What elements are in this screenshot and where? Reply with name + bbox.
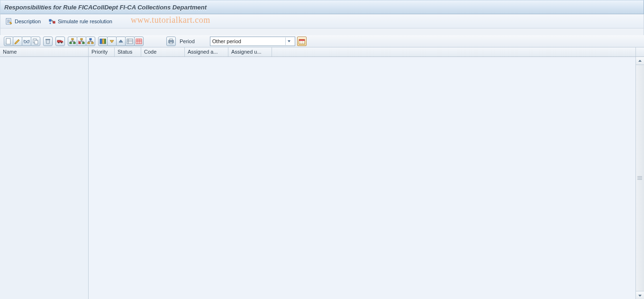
list-button[interactable]: [125, 37, 135, 46]
svg-rect-22: [100, 39, 102, 44]
page-title: Responsibilities for Rule FICACollDept F…: [4, 4, 207, 11]
tree-pane: [0, 57, 89, 299]
calendar-icon: [299, 38, 305, 45]
delete-button[interactable]: [43, 37, 53, 46]
expand-button[interactable]: [107, 37, 117, 46]
hierarchy-button[interactable]: [68, 37, 77, 46]
col-code[interactable]: Code: [141, 47, 185, 56]
calendar-grid-icon: [136, 38, 142, 45]
svg-rect-8: [35, 40, 38, 44]
svg-rect-26: [136, 39, 142, 44]
svg-point-5: [24, 40, 27, 43]
svg-point-11: [58, 42, 60, 43]
svg-point-12: [61, 42, 63, 43]
col-status[interactable]: Status: [115, 47, 141, 56]
chevron-down-icon: [285, 37, 293, 45]
svg-rect-19: [90, 38, 91, 40]
truck-icon: [57, 38, 63, 45]
watermark: www.tutorialkart.com: [131, 15, 210, 25]
cut-hierarchy-icon: [78, 38, 85, 45]
svg-rect-25: [127, 39, 133, 44]
edit-button[interactable]: [13, 37, 22, 46]
period-combo-value: Other period: [212, 38, 285, 44]
svg-rect-29: [170, 42, 172, 44]
display-button[interactable]: [22, 37, 31, 46]
collapse-icon: [118, 38, 124, 45]
svg-rect-1: [49, 19, 51, 21]
col-priority[interactable]: Priority: [89, 47, 115, 56]
svg-rect-16: [81, 38, 82, 40]
svg-rect-9: [45, 39, 50, 40]
list-icon: [127, 38, 133, 45]
toolbar: Period Other period: [0, 35, 644, 47]
action-row: Description Simulate rule resolution www…: [0, 14, 644, 28]
scroll-thumb-icon: [637, 177, 642, 180]
svg-rect-24: [105, 39, 106, 44]
description-label: Description: [15, 19, 41, 24]
create-icon: [5, 38, 12, 45]
svg-rect-20: [88, 42, 90, 44]
calendar-grid-button[interactable]: [134, 37, 144, 46]
detail-pane: [89, 57, 635, 299]
svg-rect-15: [73, 42, 75, 44]
delimit-button[interactable]: [55, 37, 65, 46]
scroll-up-button[interactable]: [636, 57, 644, 65]
simulate-button[interactable]: Simulate rule resolution: [48, 18, 112, 25]
col-scroll-gutter: [635, 47, 644, 56]
pencil-icon: [14, 38, 21, 45]
grid-body: [0, 57, 644, 299]
copy-icon: [32, 38, 39, 45]
trash-icon: [45, 38, 51, 45]
svg-point-6: [27, 40, 29, 43]
simulate-icon: [48, 18, 56, 25]
expand-icon: [109, 38, 115, 45]
svg-rect-13: [72, 38, 73, 40]
hierarchy-icon: [69, 38, 76, 45]
svg-point-3: [50, 22, 51, 24]
column-config-button[interactable]: [98, 37, 108, 46]
svg-rect-2: [53, 21, 55, 23]
scroll-down-button[interactable]: [636, 291, 644, 299]
glasses-icon: [23, 38, 30, 45]
col-flex: [272, 47, 635, 56]
simulate-label: Simulate rule resolution: [58, 19, 112, 24]
cut-hierarchy-button[interactable]: [77, 37, 86, 46]
title-bar: Responsibilities for Rule FICACollDept F…: [0, 0, 644, 14]
description-button[interactable]: Description: [5, 18, 41, 25]
period-label: Period: [180, 38, 195, 44]
svg-rect-21: [91, 42, 93, 44]
svg-rect-18: [82, 42, 84, 44]
paste-hierarchy-button[interactable]: [86, 37, 95, 46]
paste-hierarchy-icon: [87, 38, 94, 45]
spacer: [0, 28, 644, 35]
period-combo[interactable]: Other period: [210, 37, 295, 46]
vertical-scrollbar[interactable]: [635, 57, 644, 299]
column-headers: Name Priority Status Code Assigned a... …: [0, 47, 644, 57]
svg-rect-23: [102, 39, 104, 44]
create-button[interactable]: [4, 37, 13, 46]
calendar-button[interactable]: [297, 37, 307, 46]
print-button[interactable]: [166, 37, 176, 46]
column-config-icon: [100, 38, 106, 45]
col-assigned-u[interactable]: Assigned u...: [228, 47, 272, 56]
collapse-button[interactable]: [116, 37, 126, 46]
print-icon: [168, 38, 174, 45]
svg-rect-14: [70, 42, 72, 44]
copy-button[interactable]: [31, 37, 40, 46]
svg-rect-31: [299, 39, 305, 41]
col-name[interactable]: Name: [0, 47, 89, 56]
description-icon: [5, 18, 13, 25]
svg-rect-28: [170, 39, 172, 40]
col-assigned-a[interactable]: Assigned a...: [185, 47, 228, 56]
svg-rect-10: [57, 40, 61, 42]
